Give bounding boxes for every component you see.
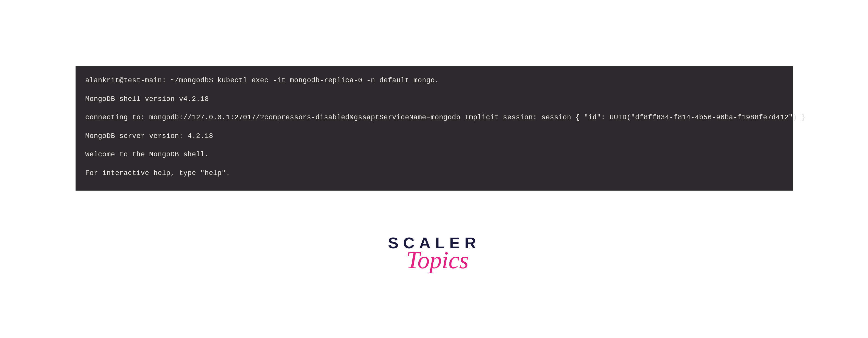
terminal-line-output: Welcome to the MongoDB shell.	[85, 149, 783, 160]
terminal-line-output: connecting to: mongodb://127.0.0.1:27017…	[85, 112, 783, 123]
terminal-line-prompt: alankrit@test-main: ~/mongodb$ kubectl e…	[85, 75, 783, 86]
terminal-line-output: MongoDB shell version v4.2.18	[85, 94, 783, 105]
scaler-topics-logo: SCALER Topics	[388, 235, 480, 271]
terminal-line-output: For interactive help, type "help".	[85, 168, 783, 178]
terminal-window[interactable]: alankrit@test-main: ~/mongodb$ kubectl e…	[75, 66, 793, 191]
logo-secondary-text: Topics	[395, 249, 480, 271]
terminal-line-output: MongoDB server version: 4.2.18	[85, 131, 783, 142]
